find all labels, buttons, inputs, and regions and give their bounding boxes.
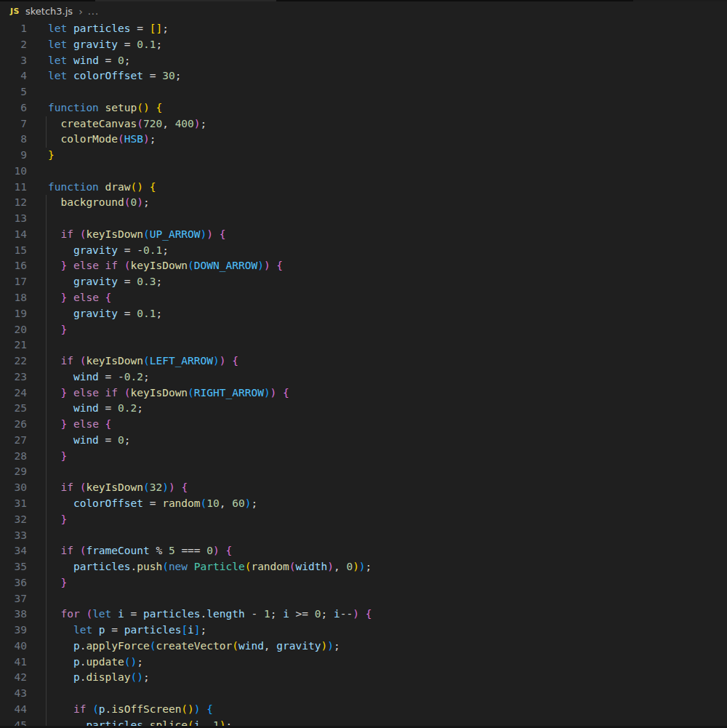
line-number[interactable]: 42 <box>0 670 27 686</box>
line-number[interactable]: 3 <box>0 53 27 69</box>
line-number[interactable]: 9 <box>0 148 27 164</box>
line-number[interactable]: 12 <box>0 195 27 211</box>
code-editor[interactable]: 1let particles = [];2let gravity = 0.1;3… <box>0 21 727 728</box>
line-number[interactable]: 18 <box>0 290 27 306</box>
line-number[interactable]: 35 <box>0 559 27 575</box>
line-number[interactable]: 11 <box>0 180 27 196</box>
code-line[interactable]: 17 gravity = 0.3; <box>0 274 727 290</box>
code-line[interactable]: 34 if (frameCount % 5 === 0) { <box>0 543 727 559</box>
code-line[interactable]: 27 wind = 0; <box>0 433 727 449</box>
line-number[interactable]: 4 <box>0 68 27 84</box>
line-number[interactable]: 31 <box>0 496 27 512</box>
line-number[interactable]: 16 <box>0 258 27 274</box>
line-number[interactable]: 38 <box>0 607 27 623</box>
code-line[interactable]: 2let gravity = 0.1; <box>0 37 727 53</box>
code-line[interactable]: 11function draw() { <box>0 180 727 196</box>
code-line[interactable]: 6function setup() { <box>0 100 727 116</box>
code-line[interactable]: 4let colorOffset = 30; <box>0 68 727 84</box>
code-line[interactable]: 18 } else { <box>0 290 727 306</box>
line-number[interactable]: 23 <box>0 369 27 385</box>
code-line[interactable]: 32 } <box>0 512 727 528</box>
line-number[interactable]: 25 <box>0 401 27 417</box>
code-line[interactable]: 3let wind = 0; <box>0 53 727 69</box>
code-line[interactable]: 20 } <box>0 322 727 338</box>
code-line[interactable]: 19 gravity = 0.1; <box>0 306 727 322</box>
code-line[interactable]: 7 createCanvas(720, 400); <box>0 116 727 132</box>
code-line[interactable]: 26 } else { <box>0 417 727 433</box>
line-number[interactable]: 41 <box>0 655 27 671</box>
code-line[interactable]: 8 colorMode(HSB); <box>0 132 727 148</box>
code-line[interactable]: 21 <box>0 337 727 353</box>
line-number[interactable]: 30 <box>0 480 27 496</box>
code-line[interactable]: 30 if (keyIsDown(32)) { <box>0 480 727 496</box>
code-line[interactable]: 22 if (keyIsDown(LEFT_ARROW)) { <box>0 353 727 369</box>
indent-guide <box>46 512 47 528</box>
code-text: colorMode(HSB); <box>48 132 156 148</box>
line-number[interactable]: 6 <box>0 100 27 116</box>
line-number[interactable]: 22 <box>0 353 27 369</box>
line-number[interactable]: 13 <box>0 211 27 227</box>
code-line[interactable]: 37 <box>0 591 727 607</box>
code-line[interactable]: 44 if (p.isOffScreen()) { <box>0 702 727 718</box>
line-number[interactable]: 27 <box>0 433 27 449</box>
line-number[interactable]: 15 <box>0 243 27 259</box>
code-line[interactable]: 24 } else if (keyIsDown(RIGHT_ARROW)) { <box>0 385 727 401</box>
code-line[interactable]: 15 gravity = -0.1; <box>0 243 727 259</box>
line-number[interactable]: 20 <box>0 322 27 338</box>
code-line[interactable]: 23 wind = -0.2; <box>0 369 727 385</box>
code-line[interactable]: 39 let p = particles[i]; <box>0 623 727 639</box>
line-number[interactable]: 34 <box>0 543 27 559</box>
line-number[interactable]: 40 <box>0 639 27 655</box>
line-number[interactable]: 37 <box>0 591 27 607</box>
code-line[interactable]: 43 <box>0 686 727 702</box>
line-number[interactable]: 2 <box>0 37 27 53</box>
code-line[interactable]: 35 particles.push(new Particle(random(wi… <box>0 559 727 575</box>
line-number[interactable]: 21 <box>0 337 27 353</box>
line-number[interactable]: 32 <box>0 512 27 528</box>
code-line[interactable]: 41 p.update(); <box>0 655 727 671</box>
code-line[interactable]: 13 <box>0 211 727 227</box>
line-number[interactable]: 1 <box>0 21 27 37</box>
code-text: } <box>48 575 67 591</box>
code-line[interactable]: 25 wind = 0.2; <box>0 401 727 417</box>
code-line[interactable]: 16 } else if (keyIsDown(DOWN_ARROW)) { <box>0 258 727 274</box>
line-number[interactable]: 10 <box>0 164 27 180</box>
indent-guide <box>46 401 47 417</box>
line-number[interactable]: 19 <box>0 306 27 322</box>
code-text: if (keyIsDown(32)) { <box>48 480 188 496</box>
code-text: gravity = -0.1; <box>48 243 169 259</box>
line-number[interactable]: 14 <box>0 227 27 243</box>
code-line[interactable]: 12 background(0); <box>0 195 727 211</box>
line-number[interactable]: 44 <box>0 702 27 718</box>
code-line[interactable]: 33 <box>0 528 727 544</box>
code-text: p.display(); <box>48 670 150 686</box>
code-line[interactable]: 38 for (let i = particles.length - 1; i … <box>0 607 727 623</box>
breadcrumb-file-name[interactable]: sketch3.js <box>25 6 73 17</box>
code-line[interactable]: 10 <box>0 164 727 180</box>
indent-guide <box>46 639 47 655</box>
line-number[interactable]: 17 <box>0 274 27 290</box>
code-line[interactable]: 29 <box>0 464 727 480</box>
code-line[interactable]: 36 } <box>0 575 727 591</box>
code-line[interactable]: 1let particles = []; <box>0 21 727 37</box>
line-number[interactable]: 26 <box>0 417 27 433</box>
code-line[interactable]: 42 p.display(); <box>0 670 727 686</box>
line-number[interactable]: 28 <box>0 449 27 465</box>
code-line[interactable]: 28 } <box>0 449 727 465</box>
code-line[interactable]: 40 p.applyForce(createVector(wind, gravi… <box>0 639 727 655</box>
code-line[interactable]: 5 <box>0 84 727 100</box>
line-number[interactable]: 29 <box>0 464 27 480</box>
code-line[interactable]: 31 colorOffset = random(10, 60); <box>0 496 727 512</box>
line-number[interactable]: 5 <box>0 84 27 100</box>
line-number[interactable]: 7 <box>0 116 27 132</box>
line-number[interactable]: 8 <box>0 132 27 148</box>
code-line[interactable]: 9} <box>0 148 727 164</box>
line-number[interactable]: 39 <box>0 623 27 639</box>
line-number[interactable]: 24 <box>0 385 27 401</box>
line-number[interactable]: 36 <box>0 575 27 591</box>
code-line[interactable]: 14 if (keyIsDown(UP_ARROW)) { <box>0 227 727 243</box>
indent-guide <box>46 116 47 132</box>
line-number[interactable]: 33 <box>0 528 27 544</box>
line-number[interactable]: 43 <box>0 686 27 702</box>
breadcrumb-symbol-ellipsis[interactable]: ... <box>88 6 99 17</box>
